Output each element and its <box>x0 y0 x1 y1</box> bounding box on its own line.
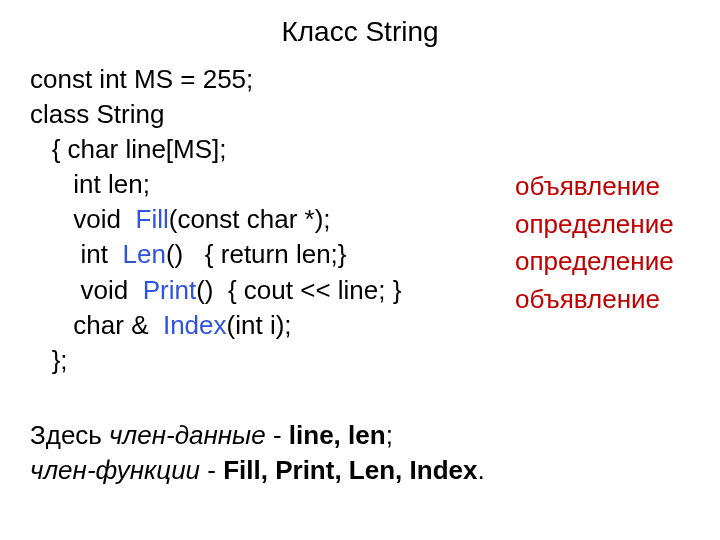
annotation-definition: определение <box>515 206 674 244</box>
code-line-5-post: (const char *); <box>169 204 331 234</box>
footer-line-2: член-функции - Fill, Print, Len, Index. <box>30 453 485 488</box>
method-print: Print <box>143 275 196 305</box>
footer-semi: ; <box>386 420 393 450</box>
annotation-declaration: объявление <box>515 168 674 206</box>
method-len: Len <box>122 239 165 269</box>
code-line-3: { char line[MS]; <box>30 134 227 164</box>
annotations-block: объявление определение определение объяв… <box>515 168 674 319</box>
footer-dash-1: - <box>266 420 289 450</box>
code-line-7-pre: void <box>30 275 143 305</box>
footer-dash-2: - <box>200 455 223 485</box>
footer-line-1: Здесь член-данные - line, len; <box>30 418 485 453</box>
footer-period: . <box>477 455 484 485</box>
method-index: Index <box>163 310 227 340</box>
footer-text: Здесь член-данные - line, len; член-функ… <box>30 418 485 488</box>
code-line-6-pre: int <box>30 239 122 269</box>
code-line-4: int len; <box>30 169 150 199</box>
slide-title: Класс String <box>0 16 720 48</box>
code-block: const int MS = 255; class String { char … <box>30 62 401 378</box>
code-line-9: }; <box>30 345 68 375</box>
code-line-1: const int MS = 255; <box>30 64 253 94</box>
annotation-definition-2: определение <box>515 243 674 281</box>
code-line-8-post: (int i); <box>227 310 292 340</box>
code-line-5-pre: void <box>30 204 136 234</box>
footer-functions-list: Fill, Print, Len, Index <box>223 455 477 485</box>
code-line-6-post: () { return len;} <box>166 239 347 269</box>
footer-term-members: член-данные <box>109 420 266 450</box>
footer-term-functions: член-функции <box>30 455 200 485</box>
code-line-2: class String <box>30 99 164 129</box>
footer-members-list: line, len <box>289 420 386 450</box>
code-line-8-pre: char & <box>30 310 163 340</box>
method-fill: Fill <box>136 204 169 234</box>
footer-text-here: Здесь <box>30 420 109 450</box>
annotation-declaration-2: объявление <box>515 281 674 319</box>
code-line-7-post: () { cout << line; } <box>196 275 401 305</box>
